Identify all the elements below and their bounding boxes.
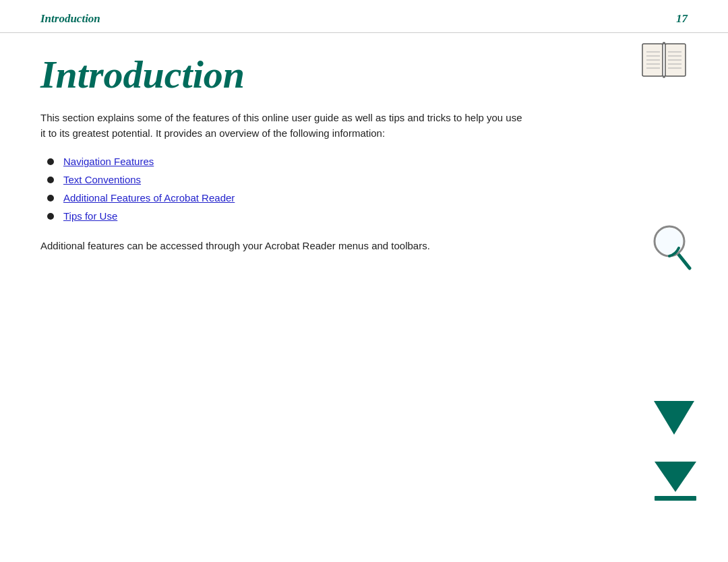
nav-features-link[interactable]: Navigation Features [63,156,154,167]
bullet-list: Navigation Features Text Conventions Add… [47,156,688,222]
bullet-dot [47,177,54,183]
list-item: Navigation Features [47,156,688,167]
arrow-down-icon[interactable] [650,398,698,441]
svg-rect-19 [655,496,696,501]
list-item: Tips for Use [47,210,688,222]
bullet-dot [47,158,54,165]
page-number: 17 [676,12,688,26]
list-item: Text Conventions [47,174,688,185]
page: Introduction 17 [0,0,728,562]
text-conventions-link[interactable]: Text Conventions [63,174,141,185]
main-heading: Introduction [40,53,688,96]
svg-line-14 [679,255,690,268]
tips-for-use-link[interactable]: Tips for Use [63,210,117,222]
header-title: Introduction [40,12,100,26]
page-header: Introduction 17 [0,0,728,33]
svg-marker-18 [655,462,696,492]
list-item: Additional Features of Acrobat Reader [47,192,688,204]
svg-marker-17 [654,401,694,435]
closing-paragraph: Additional features can be accessed thro… [40,238,526,253]
bullet-dot [47,213,54,220]
magnify-icon [650,222,694,276]
main-content: Introduction This section explains some … [0,33,728,274]
arrow-down-line-icon[interactable] [651,458,700,505]
bullet-dot [47,195,54,201]
intro-paragraph: This section explains some of the featur… [40,110,526,142]
additional-features-link[interactable]: Additional Features of Acrobat Reader [63,192,235,204]
